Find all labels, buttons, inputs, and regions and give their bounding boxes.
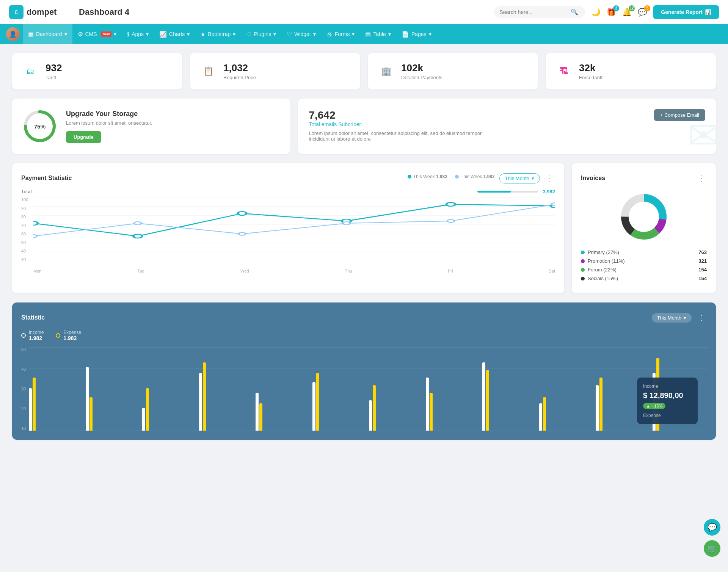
inv-legend-primary: Primary (27%) 763	[581, 249, 707, 255]
bar-chart-wrapper: 50 40 30 20 10	[21, 347, 707, 431]
nav-item-widget[interactable]: ♡ Widget ▾	[281, 24, 321, 44]
search-bar: 🔍	[494, 6, 585, 18]
bell-icon[interactable]: 🔔 12	[622, 8, 632, 17]
search-icon[interactable]: 🔍	[571, 8, 578, 16]
header-icons: 🌙 🎁 2 🔔 12 💬 5	[591, 8, 647, 17]
invoices-more-button[interactable]: ⋮	[696, 172, 707, 184]
nav-item-dashboard[interactable]: ▦ Dashboard ▾	[23, 24, 72, 44]
bar-white-8	[426, 378, 429, 431]
bar-yellow-7	[373, 385, 376, 431]
nav-label-charts: Charts	[169, 31, 185, 37]
legend-dot-1	[408, 175, 411, 179]
payments-value: 102k	[401, 62, 442, 74]
gift-icon[interactable]: 🎁 2	[607, 8, 616, 17]
inv-legend-forum: Forum (22%) 154	[581, 267, 707, 273]
income-legend-item: Income 1.982	[21, 330, 44, 341]
nav-item-plugins[interactable]: ♡ Plugins ▾	[241, 24, 281, 44]
search-input[interactable]	[499, 9, 568, 15]
statistic-month-button[interactable]: This Month ▾	[652, 313, 692, 323]
svg-point-10	[133, 234, 142, 238]
bar-group-1	[29, 378, 83, 431]
nav-avatar: 👤	[6, 27, 20, 41]
bar-group-5	[256, 393, 310, 431]
nav-label-apps: Apps	[132, 31, 144, 37]
required-price-icon: 📋	[199, 62, 217, 80]
chevron-down-icon: ▾	[388, 31, 391, 37]
expense-panel-label: Expense	[643, 413, 692, 418]
logo: c dompet	[9, 5, 70, 19]
bar-group-10	[539, 397, 593, 431]
bar-yellow-1	[33, 378, 36, 431]
chat-badge: 5	[644, 5, 650, 11]
inv-dot-socials	[581, 277, 585, 281]
nav-item-cms[interactable]: ⚙ CMS New ▾	[72, 24, 122, 44]
stat-info-tariff: 932 Tariff	[46, 62, 62, 80]
nav-label-plugins: Plugins	[254, 31, 271, 37]
stat-cards-grid: 🗂 932 Tariff 📋 1,032 Required Price 🏢 10…	[12, 53, 716, 89]
force-tariff-value: 32k	[579, 62, 602, 74]
bell-badge: 12	[629, 5, 635, 11]
bar-white-4	[199, 373, 202, 431]
inv-legend-promotion: Promotion (11%) 321	[581, 258, 707, 264]
storage-card: 75% Upgrade Your Storage Lorem ipsum dol…	[12, 99, 290, 154]
chevron-down-icon: ▾	[429, 31, 431, 37]
theme-toggle-icon[interactable]: 🌙	[591, 8, 601, 17]
x-axis-labels: Mon Tue Wed Thu Fri Sat	[33, 269, 555, 273]
plugins-icon: ♡	[246, 31, 251, 38]
chat-icon[interactable]: 💬 5	[638, 8, 647, 17]
payment-legend: This Week 1.982 This Week 1.982	[408, 174, 495, 179]
nav-label-pages: Pages	[411, 31, 427, 37]
total-row: Total 3,982	[21, 189, 555, 194]
statistic-more-button[interactable]: ⋮	[696, 312, 707, 324]
invoices-card: Invoices ⋮ Primary (27%) 763	[572, 163, 716, 293]
bar-group-9	[482, 362, 537, 431]
donut-chart	[581, 190, 707, 243]
nav-item-table[interactable]: ▤ Table ▾	[360, 24, 396, 44]
payment-more-button[interactable]: ⋮	[544, 172, 555, 184]
row3-grid: Payment Statistic This Week 1.982 This W…	[12, 163, 716, 293]
stat-card-payments: 🏢 102k Detalled Payments	[368, 53, 538, 89]
bar-white-1	[29, 388, 32, 431]
expense-legend-dot	[56, 333, 60, 338]
income-panel-badge: ▲ +15%	[643, 403, 665, 409]
total-bar-fill	[477, 191, 511, 193]
nav-item-apps[interactable]: ℹ Apps ▾	[122, 24, 154, 44]
email-description: Lorem ipsum dolor sit amet, consectetur …	[309, 130, 491, 142]
income-legend-dot	[21, 333, 26, 338]
nav-item-bootstrap[interactable]: ★ Bootstrap ▾	[195, 24, 241, 44]
header: c dompet Dashboard 4 🔍 🌙 🎁 2 🔔 12 💬 5 Ge…	[0, 0, 728, 24]
charts-icon: 📈	[159, 31, 167, 38]
storage-title: Upgrade Your Storage	[66, 110, 152, 118]
svg-point-20	[552, 203, 555, 206]
bar-yellow-8	[430, 393, 433, 431]
nav-label-forms: Forms	[335, 31, 350, 37]
nav-item-pages[interactable]: 📄 Pages ▾	[396, 24, 437, 44]
bar-white-10	[539, 403, 542, 431]
legend-item-2: This Week 1.982	[455, 174, 495, 179]
chevron-down-icon: ▾	[313, 31, 316, 37]
stat-card-force-tariff: 🏗 32k Force tariff	[546, 53, 716, 89]
nav-item-forms[interactable]: 🖨 Forms ▾	[321, 24, 360, 44]
svg-point-11	[238, 212, 246, 215]
bar-group-4	[199, 362, 253, 431]
payment-header: Payment Statistic This Week 1.982 This W…	[21, 172, 555, 184]
invoices-header: Invoices ⋮	[581, 172, 707, 184]
upgrade-button[interactable]: Upgrade	[66, 131, 101, 143]
generate-report-button[interactable]: Generate Report 📊	[653, 5, 719, 19]
payments-label: Detalled Payments	[401, 75, 442, 80]
statistic-title: Statistic	[21, 314, 45, 321]
row2-grid: 75% Upgrade Your Storage Lorem ipsum dol…	[12, 99, 716, 154]
statistic-legend: Income 1.982 Expense 1.982	[21, 330, 707, 341]
invoices-title: Invoices	[581, 175, 605, 182]
stat-info-force-tariff: 32k Force tariff	[579, 62, 602, 80]
this-month-button[interactable]: This Month ▾	[499, 173, 540, 183]
chevron-down-icon: ▾	[273, 31, 276, 37]
invoices-legend: Primary (27%) 763 Promotion (11%) 321 Fo…	[581, 249, 707, 281]
nav-label-dashboard: Dashboard	[36, 31, 62, 37]
chevron-down-icon: ▾	[114, 31, 116, 37]
stat-card-required-price: 📋 1,032 Required Price	[190, 53, 360, 89]
legend-dot-2	[455, 175, 459, 179]
stat-info-payments: 102k Detalled Payments	[401, 62, 442, 80]
svg-point-19	[447, 219, 454, 223]
nav-item-charts[interactable]: 📈 Charts ▾	[154, 24, 195, 44]
